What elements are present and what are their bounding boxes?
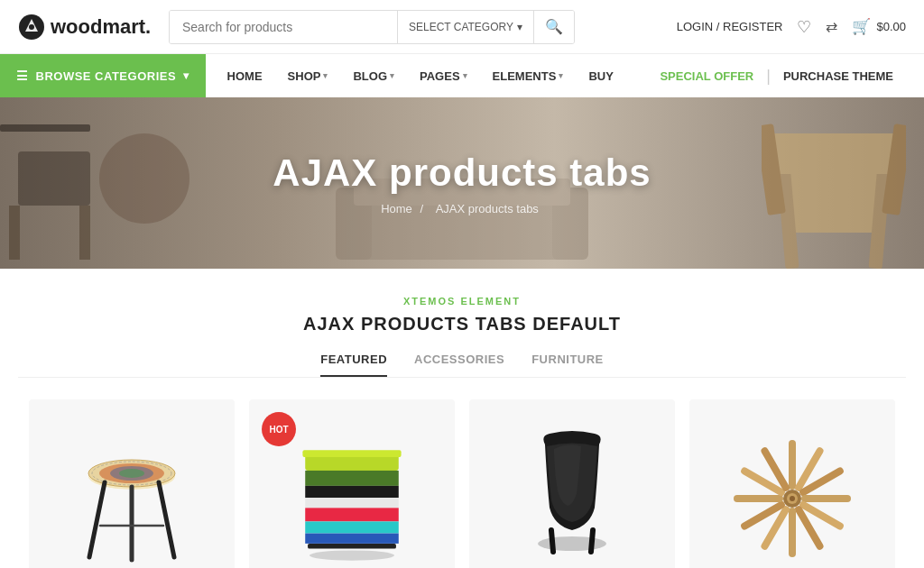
svg-rect-41 [789,440,796,490]
nav-blog-arrow-icon: ▾ [390,71,394,80]
ottoman-image [289,426,415,568]
svg-line-22 [159,482,174,557]
browse-categories-button[interactable]: ☰ BROWSE CATEGORIES ▾ [0,54,206,97]
breadcrumb-separator: / [420,202,426,215]
svg-point-55 [790,496,795,501]
products-grid: HOT [29,399,895,568]
nav-blog-label: BLOG [353,69,387,83]
product-card[interactable] [469,399,675,568]
category-selector[interactable]: SELECT CATEGORY ▾ [397,11,533,43]
product-image [698,408,886,568]
svg-rect-6 [0,124,90,132]
search-input[interactable] [170,11,397,43]
logo-text: woodmart. [51,15,151,39]
cart-icon: 🛒 [852,18,871,35]
logo[interactable]: woodmart. [18,14,158,41]
product-image [478,408,666,568]
heart-icon: ♡ [797,18,811,36]
breadcrumb-home-link[interactable]: Home [381,202,412,215]
nav-item-elements[interactable]: ELEMENTS ▾ [480,54,577,97]
category-label: SELECT CATEGORY [409,21,513,33]
menu-icon: ☰ [16,69,29,83]
svg-point-27 [119,469,144,478]
nav-elements-arrow-icon: ▾ [559,71,563,80]
hero-title: AJAX products tabs [273,151,651,195]
cart-price: $0.00 [876,20,906,33]
hero-right-chair [762,97,906,269]
compare-button[interactable]: ⇄ [826,17,837,36]
compare-icon: ⇄ [826,19,837,34]
search-button[interactable]: 🔍 [533,11,574,43]
category-chevron-icon: ▾ [517,21,522,33]
product-card[interactable]: HOT [249,399,455,568]
svg-point-38 [538,536,606,551]
logo-icon [18,14,45,41]
svg-line-21 [89,482,105,557]
svg-rect-3 [18,151,90,206]
svg-rect-4 [9,206,20,260]
svg-point-2 [29,24,34,30]
xtemos-label: XTEMOS ELEMENT [18,296,906,307]
nav-shop-label: SHOP [288,69,321,83]
hero-content: AJAX products tabs Home / AJAX products … [273,151,651,215]
purchase-theme-link[interactable]: PURCHASE THEME [771,69,906,83]
stool-image [73,426,190,568]
tab-featured[interactable]: FEATURED [320,353,387,377]
search-icon: 🔍 [545,19,563,34]
login-register-link[interactable]: LOGIN / REGISTER [677,20,783,33]
hero-left-decor [0,97,199,269]
header: woodmart. SELECT CATEGORY ▾ 🔍 LOGIN / RE… [0,0,924,54]
main-nav: HOME SHOP ▾ BLOG ▾ PAGES ▾ ELEMENTS ▾ BU… [206,54,635,97]
browse-label: BROWSE CATEGORIES [36,69,177,83]
product-card[interactable] [689,399,895,568]
product-tabs: FEATURED ACCESSORIES FURNITURE [18,353,906,378]
svg-rect-12 [789,169,879,233]
svg-point-7 [99,133,189,224]
svg-rect-30 [305,471,399,486]
nav-item-buy[interactable]: BUY [576,54,625,97]
header-right: LOGIN / REGISTER ♡ ⇄ 🛒 $0.00 [677,17,906,37]
breadcrumb-current: AJAX products tabs [436,202,539,215]
svg-rect-35 [305,534,399,544]
section-title: AJAX PRODUCTS TABS DEFAULT [18,314,906,334]
svg-rect-15 [771,133,897,174]
svg-rect-33 [305,508,399,521]
nav-elements-label: ELEMENTS [493,69,557,83]
svg-rect-31 [305,486,399,498]
nav-right: SPECIAL OFFER | PURCHASE THEME [647,67,924,86]
nav-item-home[interactable]: HOME [215,54,275,97]
chair-image [518,426,626,568]
breadcrumb: Home / AJAX products tabs [273,202,651,215]
special-offer-link[interactable]: SPECIAL OFFER [647,69,766,83]
cart-button[interactable]: 🛒 $0.00 [852,17,906,36]
svg-rect-47 [789,508,796,557]
svg-rect-36 [308,544,396,549]
nav-pages-arrow-icon: ▾ [463,71,467,80]
wishlist-button[interactable]: ♡ [797,17,811,37]
nav-bar: ☰ BROWSE CATEGORIES ▾ HOME SHOP ▾ BLOG ▾… [0,54,924,97]
svg-rect-32 [305,498,399,508]
svg-rect-34 [305,521,399,533]
nav-pages-label: PAGES [420,69,460,83]
svg-rect-50 [734,495,783,502]
svg-rect-39 [549,527,557,554]
nav-item-pages[interactable]: PAGES ▾ [407,54,480,97]
svg-point-37 [310,550,394,560]
product-card[interactable] [29,399,235,568]
product-image [38,408,226,568]
svg-rect-40 [588,527,596,554]
browse-arrow-icon: ▾ [183,69,189,82]
tab-furniture[interactable]: FURNITURE [531,353,604,377]
tab-accessories[interactable]: ACCESSORIES [414,353,504,377]
nav-item-shop[interactable]: SHOP ▾ [275,54,341,97]
main-content: XTEMOS ELEMENT AJAX PRODUCTS TABS DEFAUL… [0,269,924,568]
clock-image [729,435,855,562]
nav-item-blog[interactable]: BLOG ▾ [340,54,407,97]
svg-rect-44 [801,495,851,502]
search-bar: SELECT CATEGORY ▾ 🔍 [169,10,575,44]
nav-buy-label: BUY [588,69,613,83]
nav-shop-arrow-icon: ▾ [323,71,328,80]
hot-badge: HOT [262,412,296,446]
cart-icon-wrap: 🛒 [852,17,871,36]
hero-banner: AJAX products tabs Home / AJAX products … [0,97,924,269]
